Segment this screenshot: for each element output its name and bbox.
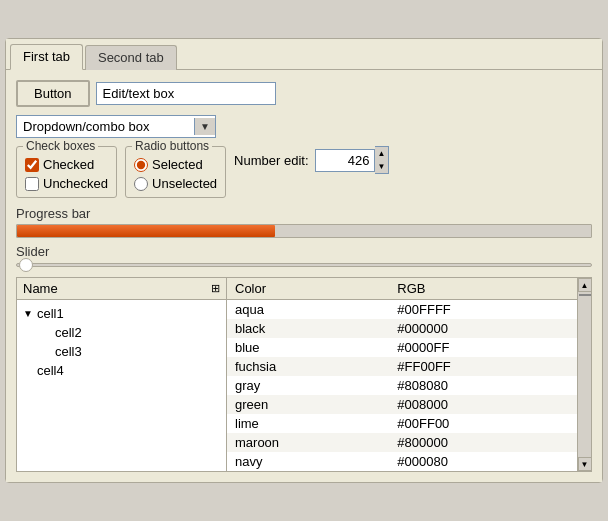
color-table-header-rgb: RGB [389, 278, 577, 300]
slider-label: Slider [16, 244, 592, 259]
color-name-cell: black [227, 319, 389, 338]
radio-buttons-title: Radio buttons [132, 139, 212, 153]
color-rgb-cell: #FF00FF [389, 357, 577, 376]
slider-thumb[interactable] [19, 258, 33, 272]
dropdown-arrow-icon[interactable]: ▼ [194, 118, 215, 135]
tree-label-cell1: cell1 [37, 306, 64, 321]
radio-content: Selected Unselected [134, 157, 217, 191]
main-window: First tab Second tab Button Dropdown/com… [5, 38, 603, 483]
checkbox-unchecked-input[interactable] [25, 177, 39, 191]
tree-header: Name ⊞ [17, 278, 226, 300]
color-rgb-cell: #008000 [389, 395, 577, 414]
tree-item-cell1[interactable]: ▼ cell1 [17, 304, 226, 323]
spinner-buttons: ▲ ▼ [375, 146, 390, 174]
checkboxes-content: Checked Unchecked [25, 157, 108, 191]
color-rgb-cell: #000080 [389, 452, 577, 471]
checkboxes-group: Check boxes Checked Unchecked [16, 146, 117, 198]
color-table: Color RGB aqua#00FFFFblack#000000blue#00… [227, 278, 577, 471]
color-panel: Color RGB aqua#00FFFFblack#000000blue#00… [227, 278, 577, 471]
color-table-row[interactable]: aqua#00FFFF [227, 300, 577, 320]
color-rgb-cell: #800000 [389, 433, 577, 452]
tree-header-label: Name [23, 281, 58, 296]
row-button-edit: Button [16, 80, 592, 107]
row-controls: Check boxes Checked Unchecked Radio butt… [16, 146, 592, 198]
radio-selected-label: Selected [152, 157, 203, 172]
radio-unselected[interactable]: Unselected [134, 176, 217, 191]
color-rgb-cell: #00FFFF [389, 300, 577, 320]
tab-content-first: Button Dropdown/combo box ▼ Check boxes … [6, 69, 602, 482]
scrollbar: ▲ ▼ [577, 278, 591, 471]
checkbox-checked-input[interactable] [25, 158, 39, 172]
dropdown-label: Dropdown/combo box [17, 116, 194, 137]
radio-unselected-input[interactable] [134, 177, 148, 191]
number-edit-label: Number edit: [234, 153, 308, 168]
color-table-row[interactable]: blue#0000FF [227, 338, 577, 357]
checkbox-unchecked-label: Unchecked [43, 176, 108, 191]
number-spinner: ▲ ▼ [315, 146, 390, 174]
row-dropdown: Dropdown/combo box ▼ [16, 115, 592, 138]
tree-body: ▼ cell1 cell2 cell3 cell4 [17, 300, 226, 384]
tree-panel: Name ⊞ ▼ cell1 cell2 cell3 [17, 278, 227, 471]
color-name-cell: fuchsia [227, 357, 389, 376]
color-table-header-color: Color [227, 278, 389, 300]
tab-second[interactable]: Second tab [85, 45, 177, 70]
progress-fill [17, 225, 275, 237]
tree-label-cell2: cell2 [55, 325, 82, 340]
color-table-body: aqua#00FFFFblack#000000blue#0000FFfuchsi… [227, 300, 577, 472]
color-name-cell: green [227, 395, 389, 414]
dropdown-combo-box[interactable]: Dropdown/combo box ▼ [16, 115, 216, 138]
color-rgb-cell: #808080 [389, 376, 577, 395]
tab-first[interactable]: First tab [10, 44, 83, 70]
tree-header-icon[interactable]: ⊞ [211, 282, 220, 295]
color-table-row[interactable]: maroon#800000 [227, 433, 577, 452]
tree-item-cell2[interactable]: cell2 [17, 323, 226, 342]
color-name-cell: aqua [227, 300, 389, 320]
main-button[interactable]: Button [16, 80, 90, 107]
radio-unselected-label: Unselected [152, 176, 217, 191]
color-table-row[interactable]: navy#000080 [227, 452, 577, 471]
color-name-cell: gray [227, 376, 389, 395]
color-table-row[interactable]: lime#00FF00 [227, 414, 577, 433]
radio-buttons-group: Radio buttons Selected Unselected [125, 146, 226, 198]
number-edit-input[interactable] [315, 149, 375, 172]
color-rgb-cell: #0000FF [389, 338, 577, 357]
progress-section: Progress bar [16, 206, 592, 238]
color-table-row[interactable]: gray#808080 [227, 376, 577, 395]
checkbox-checked-label: Checked [43, 157, 94, 172]
radio-selected-input[interactable] [134, 158, 148, 172]
color-name-cell: maroon [227, 433, 389, 452]
tree-arrow-cell1: ▼ [23, 308, 35, 319]
tree-item-cell4[interactable]: cell4 [17, 361, 226, 380]
color-name-cell: navy [227, 452, 389, 471]
tab-bar: First tab Second tab [6, 39, 602, 69]
color-table-row[interactable]: fuchsia#FF00FF [227, 357, 577, 376]
tree-label-cell3: cell3 [55, 344, 82, 359]
color-name-cell: blue [227, 338, 389, 357]
tree-label-cell4: cell4 [37, 363, 64, 378]
slider-track[interactable] [16, 263, 592, 267]
progress-bar-label: Progress bar [16, 206, 592, 221]
color-table-header-row: Color RGB [227, 278, 577, 300]
progress-track [16, 224, 592, 238]
scroll-up-button[interactable]: ▲ [578, 278, 592, 292]
spinner-up-button[interactable]: ▲ [375, 147, 389, 160]
number-edit-row: Number edit: ▲ ▼ [234, 146, 389, 174]
tree-item-cell3[interactable]: cell3 [17, 342, 226, 361]
slider-section: Slider [16, 244, 592, 267]
bottom-panels: Name ⊞ ▼ cell1 cell2 cell3 [16, 277, 592, 472]
edit-text-box[interactable] [96, 82, 276, 105]
color-name-cell: lime [227, 414, 389, 433]
checkbox-checked[interactable]: Checked [25, 157, 108, 172]
color-table-row[interactable]: black#000000 [227, 319, 577, 338]
color-table-row[interactable]: green#008000 [227, 395, 577, 414]
checkbox-unchecked[interactable]: Unchecked [25, 176, 108, 191]
checkboxes-title: Check boxes [23, 139, 98, 153]
scroll-thumb[interactable] [579, 294, 591, 296]
color-rgb-cell: #000000 [389, 319, 577, 338]
radio-selected[interactable]: Selected [134, 157, 217, 172]
spinner-down-button[interactable]: ▼ [375, 160, 389, 173]
scroll-down-button[interactable]: ▼ [578, 457, 592, 471]
color-rgb-cell: #00FF00 [389, 414, 577, 433]
